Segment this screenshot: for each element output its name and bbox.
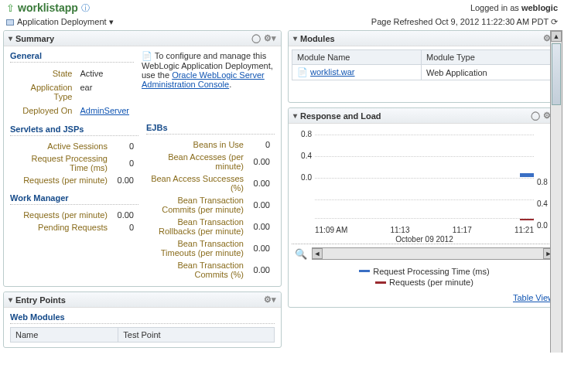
web-modules-title: Web Modules [10, 312, 275, 324]
summary-panel: ▾Summary ◯⚙▾ General StateActive Applica… [3, 30, 282, 287]
chevron-down-icon: ▾ [109, 17, 114, 26]
table-row: 📄 worklist.war Web Application [292, 65, 557, 80]
series-1-mark [520, 173, 534, 177]
col-module-name: Module Name [292, 50, 422, 65]
entry-points-table: NameTest Point [10, 327, 275, 343]
collapse-icon: ▾ [293, 111, 297, 120]
zoom-icon[interactable]: 🔍 [295, 248, 307, 260]
table-view-link[interactable]: Table View [513, 293, 554, 302]
deployed-on-link[interactable]: AdminServer [80, 106, 129, 115]
entry-points-header[interactable]: ▾Entry Points ⚙▾ [4, 292, 281, 308]
modules-table: Module NameModule Type 📄 worklist.war We… [292, 49, 557, 80]
gear-icon[interactable]: ⚙▾ [264, 33, 276, 43]
config-hint: 📄 To configure and manage this WebLogic … [142, 51, 275, 118]
response-load-header[interactable]: ▾Response and Load ◯⚙▾ [289, 108, 560, 124]
collapse-icon: ▾ [9, 34, 12, 43]
summary-header[interactable]: ▾Summary ◯⚙▾ [4, 31, 281, 46]
vertical-scrollbar[interactable]: ▲ ▼ [550, 30, 562, 353]
entry-points-panel: ▾Entry Points ⚙▾ Web Modules NameTest Po… [3, 291, 282, 348]
state-label: State [12, 67, 75, 80]
chart: 0.8 0.4 0.0 0.8 0.4 0.0 [292, 128, 557, 244]
up-arrow-icon[interactable]: ⇧ [6, 2, 15, 14]
help-icon[interactable]: ◯ [251, 33, 261, 43]
state-value: Active [77, 67, 132, 80]
refresh-icon[interactable]: ⟳ [551, 17, 558, 26]
login-status: Logged in as weblogic [470, 3, 558, 12]
deployment-menu[interactable]: Application Deployment ▾ [17, 17, 114, 27]
scroll-thumb[interactable] [552, 43, 561, 105]
modules-panel: ▾Modules ⚙▾ Module NameModule Type 📄 wor… [288, 30, 561, 103]
collapse-icon: ▾ [9, 295, 12, 304]
info-icon[interactable]: ⓘ [81, 2, 90, 14]
scroll-up-icon[interactable]: ▲ [551, 31, 562, 42]
module-icon: 📄 [297, 67, 308, 77]
module-link[interactable]: worklist.war [310, 67, 354, 77]
gear-icon[interactable]: ⚙▾ [264, 295, 276, 305]
general-title: General [10, 51, 134, 63]
response-load-panel: ▾Response and Load ◯⚙▾ 0.8 0.4 0.0 0.8 0… [288, 107, 561, 308]
col-test-point: Test Point [118, 328, 275, 343]
app-type-value: ear [77, 81, 132, 103]
work-manager-title: Work Manager [10, 193, 138, 205]
col-module-type: Module Type [422, 50, 557, 65]
modules-header[interactable]: ▾Modules ⚙▾ [289, 31, 560, 46]
scroll-left-icon[interactable]: ◄ [312, 248, 323, 259]
app-title: worklistapp [18, 2, 78, 14]
servlets-title: Servlets and JSPs [10, 124, 138, 136]
hint-icon: 📄 [142, 51, 152, 60]
series-2-mark [520, 219, 534, 220]
ejbs-title: EJBs [146, 123, 275, 135]
col-name: Name [11, 328, 118, 343]
page-refreshed: Page Refreshed Oct 9, 2012 11:22:30 AM P… [371, 17, 558, 27]
chart-scrollbar[interactable]: ◄ ► [312, 247, 554, 260]
deployed-on-label: Deployed On [12, 104, 75, 117]
collapse-icon: ▾ [293, 34, 297, 43]
deployment-icon [6, 18, 14, 27]
module-type: Web Application [422, 65, 557, 80]
chart-legend: Request Processing Time (ms) Requests (p… [289, 263, 560, 290]
help-icon[interactable]: ◯ [531, 111, 540, 121]
app-type-label: Application Type [12, 81, 75, 103]
